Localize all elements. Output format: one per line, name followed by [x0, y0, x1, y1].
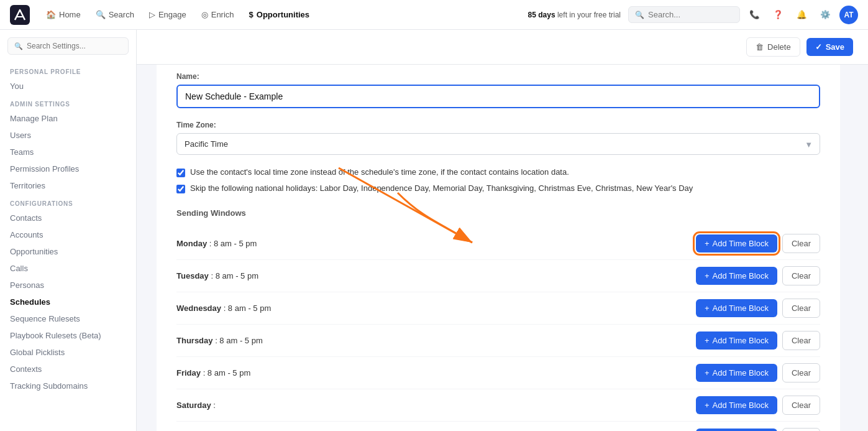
day-actions-thursday: + Add Time Block Clear: [696, 331, 820, 350]
plus-icon-monday: +: [705, 239, 710, 248]
sidebar-item-manage-plan-label: Manage Plan: [10, 114, 58, 123]
clear-button-wednesday[interactable]: Clear: [782, 299, 820, 318]
clear-button-tuesday[interactable]: Clear: [782, 266, 820, 285]
nav-item-home[interactable]: 🏠 Home: [40, 6, 87, 23]
nav-item-opportunities-label: Opportunities: [257, 10, 309, 19]
name-label: Name:: [176, 72, 820, 81]
sidebar-search-input[interactable]: [27, 42, 122, 50]
add-time-block-button-tuesday[interactable]: + Add Time Block: [696, 267, 777, 285]
clear-button-friday[interactable]: Clear: [782, 363, 820, 382]
sidebar-item-manage-plan[interactable]: Manage Plan: [0, 110, 136, 127]
add-time-block-label-friday: Add Time Block: [713, 368, 769, 378]
day-name-thursday: Thursday: [176, 336, 213, 345]
checkbox-local-timezone[interactable]: [176, 169, 185, 177]
sidebar-item-opportunities[interactable]: Opportunities: [0, 243, 136, 260]
sidebar-item-users-label: Users: [10, 131, 31, 140]
search-icon-nav: 🔍: [96, 10, 106, 19]
sidebar-item-permission-profiles-label: Permission Profiles: [10, 164, 79, 174]
sidebar-item-contacts[interactable]: Contacts: [0, 210, 136, 226]
sidebar-item-schedules[interactable]: Schedules: [0, 294, 136, 310]
day-label-wednesday: Wednesday : 8 am - 5 pm: [176, 304, 338, 313]
sidebar-item-contexts[interactable]: Contexts: [0, 361, 136, 378]
enrich-icon: ◎: [201, 10, 208, 19]
sidebar-item-personas[interactable]: Personas: [0, 277, 136, 294]
add-time-block-button-monday[interactable]: + Add Time Block: [696, 234, 777, 253]
add-time-block-button-sunday[interactable]: + Add Time Block: [696, 429, 777, 431]
phone-icon-btn[interactable]: 📞: [745, 6, 764, 24]
timezone-select[interactable]: Pacific Time Eastern Time Central Time M…: [176, 133, 820, 155]
nav-item-home-label: Home: [59, 10, 81, 19]
checkbox-skip-holidays-label: Skip the following national holidays: La…: [190, 183, 693, 193]
name-form-group: Name:: [176, 72, 820, 108]
plus-icon-friday: +: [705, 368, 710, 378]
clear-button-sunday[interactable]: Clear: [782, 428, 820, 431]
global-search[interactable]: 🔍: [628, 6, 740, 23]
sidebar-search-wrap[interactable]: 🔍: [7, 37, 129, 55]
sidebar-item-tracking-subdomains[interactable]: Tracking Subdomains: [0, 378, 136, 394]
sending-windows-section: Sending Windows Monday : 8 am - 5 pm + A…: [176, 208, 820, 431]
name-input[interactable]: [176, 85, 820, 108]
add-time-block-button-wednesday[interactable]: + Add Time Block: [696, 299, 777, 317]
day-time-monday: : 8 am - 5 pm: [209, 239, 257, 248]
search-icon-global: 🔍: [635, 11, 644, 19]
plus-icon-tuesday: +: [705, 271, 710, 280]
nav-item-engage[interactable]: ▷ Engage: [143, 6, 193, 23]
sidebar-item-calls[interactable]: Calls: [0, 260, 136, 277]
clear-label-tuesday: Clear: [792, 271, 811, 280]
sidebar-item-sequence-rulesets[interactable]: Sequence Rulesets: [0, 310, 136, 327]
sidebar-item-accounts[interactable]: Accounts: [0, 226, 136, 243]
sidebar-item-personas-label: Personas: [10, 280, 44, 290]
day-label-monday: Monday : 8 am - 5 pm: [176, 239, 338, 248]
checkbox-skip-holidays-row: Skip the following national holidays: La…: [176, 183, 820, 193]
save-button[interactable]: ✓ Save: [806, 38, 853, 56]
bell-icon-btn[interactable]: 🔔: [792, 6, 811, 24]
trash-icon: 🗑: [756, 42, 764, 52]
clear-button-saturday[interactable]: Clear: [782, 396, 820, 415]
user-avatar[interactable]: AT: [839, 6, 858, 24]
day-actions-saturday: + Add Time Block Clear: [696, 396, 820, 415]
sidebar-item-users[interactable]: Users: [0, 127, 136, 144]
add-time-block-button-thursday[interactable]: + Add Time Block: [696, 331, 777, 350]
day-name-monday: Monday: [176, 239, 207, 248]
sidebar-item-you[interactable]: You: [0, 78, 136, 95]
sidebar-item-playbook-rulesets-label: Playbook Rulesets (Beta): [10, 331, 101, 340]
add-time-block-button-friday[interactable]: + Add Time Block: [696, 364, 777, 382]
sidebar-item-schedules-label: Schedules: [10, 297, 50, 307]
global-search-input[interactable]: [648, 10, 733, 19]
sidebar-search-icon: 🔍: [14, 42, 23, 50]
sidebar-item-contacts-label: Contacts: [10, 213, 42, 223]
trial-suffix: left in your free trial: [557, 11, 621, 19]
day-actions-monday: + Add Time Block Clear: [696, 234, 820, 253]
nav-item-enrich-label: Enrich: [211, 10, 234, 19]
nav-item-enrich[interactable]: ◎ Enrich: [195, 6, 240, 23]
day-time-tuesday: : 8 am - 5 pm: [211, 271, 258, 280]
day-label-saturday: Saturday :: [176, 401, 338, 410]
personal-profile-section-title: PERSONAL PROFILE: [0, 62, 136, 78]
sidebar-item-territories[interactable]: Territories: [0, 177, 136, 194]
day-row-monday: Monday : 8 am - 5 pm + Add Time Block Cl…: [176, 228, 820, 260]
save-button-label: Save: [826, 42, 844, 52]
day-row-wednesday: Wednesday : 8 am - 5 pm + Add Time Block…: [176, 292, 820, 325]
add-time-block-label-wednesday: Add Time Block: [713, 304, 769, 313]
sidebar-item-teams[interactable]: Teams: [0, 144, 136, 160]
checkbox-skip-holidays[interactable]: [176, 185, 185, 193]
day-label-thursday: Thursday : 8 am - 5 pm: [176, 336, 338, 345]
app-logo[interactable]: [10, 5, 30, 25]
help-icon-btn[interactable]: ❓: [769, 6, 787, 24]
nav-item-search[interactable]: 🔍 Search: [89, 6, 140, 23]
sidebar-item-permission-profiles[interactable]: Permission Profiles: [0, 160, 136, 177]
timezone-label: Time Zone:: [176, 121, 820, 129]
sidebar-item-global-picklists[interactable]: Global Picklists: [0, 344, 136, 361]
clear-label-friday: Clear: [792, 368, 811, 378]
clear-button-thursday[interactable]: Clear: [782, 331, 820, 350]
clear-button-monday[interactable]: Clear: [782, 234, 820, 253]
nav-item-opportunities[interactable]: $ Opportunities: [243, 6, 316, 23]
sidebar-item-global-picklists-label: Global Picklists: [10, 348, 65, 357]
plus-icon-saturday: +: [705, 401, 710, 410]
sidebar-item-playbook-rulesets[interactable]: Playbook Rulesets (Beta): [0, 327, 136, 344]
schedule-form: Name: Time Zone: Pacific Time Eastern Ti…: [157, 55, 840, 431]
settings-icon-btn[interactable]: ⚙️: [816, 6, 834, 24]
add-time-block-button-saturday[interactable]: + Add Time Block: [696, 396, 777, 414]
nav-items: 🏠 Home 🔍 Search ▷ Engage ◎ Enrich $ Oppo…: [40, 6, 521, 23]
delete-button[interactable]: 🗑 Delete: [746, 37, 800, 57]
